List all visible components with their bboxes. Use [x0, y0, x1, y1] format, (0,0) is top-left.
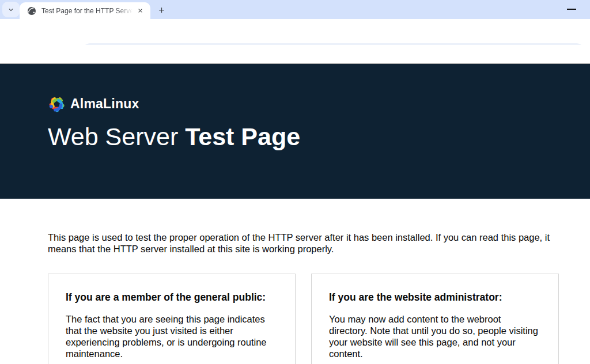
- page-header: AlmaLinux Web Server Test Page: [0, 64, 590, 199]
- close-icon: [137, 7, 143, 14]
- browser-tab[interactable]: Test Page for the HTTP Server o: [20, 2, 150, 19]
- minimize-button[interactable]: [567, 9, 576, 10]
- page-content: AlmaLinux Web Server Test Page This page…: [0, 45, 590, 364]
- info-card-website-administrator: If you are the website administrator: Yo…: [311, 274, 559, 364]
- page-main: This page is used to test the proper ope…: [0, 199, 590, 364]
- tab-close-button[interactable]: [135, 6, 145, 16]
- almalinux-logo: AlmaLinux: [48, 94, 590, 114]
- info-card-general-public: If you are a member of the general publi…: [48, 274, 296, 364]
- almalinux-logo-icon: [48, 94, 66, 114]
- tab-search-button[interactable]: [2, 2, 20, 17]
- card-body: The fact that you are seeing this page i…: [66, 313, 278, 359]
- browser-toolbar: 保護されていない通信 133.117.155.xxx: [0, 19, 590, 45]
- chevron-down-icon: [7, 6, 15, 14]
- card-title: If you are the website administrator:: [329, 291, 541, 304]
- tab-title: Test Page for the HTTP Server o: [41, 7, 133, 15]
- page-title-bold: Test Page: [185, 123, 300, 150]
- card-body: You may now add content to the webroot d…: [329, 313, 541, 359]
- info-cards-row: If you are a member of the general publi…: [48, 274, 559, 364]
- intro-paragraph: This page is used to test the proper ope…: [48, 232, 559, 255]
- page-title: Web Server Test Page: [48, 123, 590, 150]
- card-title: If you are a member of the general publi…: [66, 291, 278, 304]
- browser-tab-strip: Test Page for the HTTP Server o: [0, 0, 590, 19]
- plus-icon: [157, 6, 166, 14]
- page-top-gap: [0, 45, 590, 63]
- globe-favicon-icon: [27, 6, 36, 16]
- new-tab-button[interactable]: [154, 3, 168, 16]
- almalinux-logo-text: AlmaLinux: [70, 96, 139, 112]
